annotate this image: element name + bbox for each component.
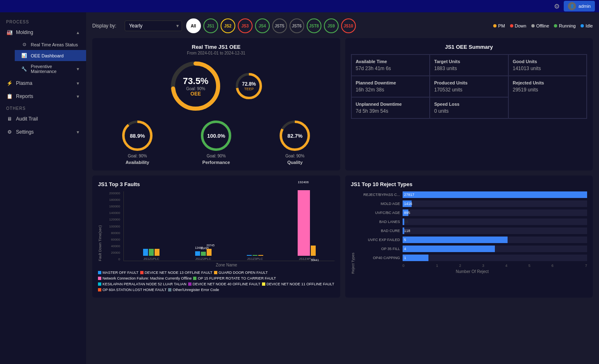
hbar-label-3: BAD LANES <box>358 220 403 224</box>
bar-seg <box>253 255 257 256</box>
bar-seg: 12485 <box>195 251 200 256</box>
others-section-label: OTHERS <box>0 103 86 112</box>
faults-chart-area: Fault Down Time(sec) 0 20000 40000 60000… <box>98 191 335 261</box>
speed-loss-cell: Speed Loss 0 units <box>430 97 508 118</box>
teep-type: TEEP <box>242 87 256 91</box>
idle-dot <box>581 24 584 27</box>
produced-units-cell: Produced Units 170532 units <box>430 76 508 97</box>
hbar-track-7: 1 <box>403 255 588 261</box>
hbar-label-0: REJECT/BYPASS C... <box>358 193 403 197</box>
rejects-bars: REJECT/BYPASS C... 27817 MOLD AGE <box>358 191 588 274</box>
realtime-label: Real Time Areas Status <box>31 42 78 47</box>
username: admin <box>579 4 591 9</box>
plasma-icon: ⚡ <box>6 80 13 86</box>
sidebar-item-preventive[interactable]: 🔧 Preventive Maintenance ▼ <box>15 61 86 77</box>
bar-seg: 11495 <box>201 252 206 256</box>
hbar-label-5: UVFC EXP FAILED <box>358 238 403 242</box>
speed-loss-label: Speed Loss <box>434 102 504 107</box>
bar-seg <box>247 255 252 256</box>
summary-card: JS1 OEE Summary Available Time 57d 23h 4… <box>345 38 593 171</box>
display-select[interactable]: Yearly Monthly Weekly Daily <box>125 20 182 31</box>
oee-card: Real Time JS1 OEE From 2024-01-01 to 202… <box>92 38 340 171</box>
quality-pct: 82.7% <box>287 133 303 139</box>
display-select-wrapper: Yearly Monthly Weekly Daily <box>125 20 182 31</box>
zone-btn-js2[interactable]: JS2 <box>221 18 235 33</box>
bar-seg <box>149 249 154 256</box>
hbar-fill-6: 4 <box>403 246 495 252</box>
planned-downtime-label: Planned Downtime <box>356 80 426 85</box>
sidebar-item-audit[interactable]: 🖥 Audit Trail <box>0 112 86 125</box>
dashboard-grid: Real Time JS1 OEE From 2024-01-01 to 202… <box>92 38 593 171</box>
chevron-up-icon: ▲ <box>76 30 80 35</box>
hbar-label-6: OP 35 FILL <box>358 247 403 251</box>
zone-btn-js9[interactable]: JS9 <box>324 18 339 33</box>
running-label: Running <box>559 23 576 28</box>
topbar: ⚙ 👤 admin <box>0 0 599 12</box>
sidebar-item-realtime[interactable]: ⊙ Real Time Areas Status <box>15 39 86 50</box>
legend-network-fail: Network Connection Failure: Machine Curr… <box>98 276 191 280</box>
zone-btn-js4[interactable]: JS4 <box>255 18 270 33</box>
zone-btn-all[interactable]: All <box>186 18 201 33</box>
sidebar-item-plasma[interactable]: ⚡ Plasma ▼ <box>0 77 86 90</box>
down-dot <box>510 24 513 27</box>
hbar-track-0: 27817 <box>403 191 588 198</box>
oee-main-row: 73.5% Goal: 90% OEE <box>98 59 335 113</box>
legend: PM Down Offline Running Idle <box>493 23 593 28</box>
oee-card-subtitle: From 2024-01-01 to 2024-12-31 <box>98 51 335 55</box>
sidebar-item-molding[interactable]: 🏭 Molding ▲ <box>0 26 86 39</box>
rejects-y-label: Reject Types <box>351 191 355 274</box>
bar-group-js1z2: 12485 11495 20745 JS1Z2PLC <box>179 186 227 261</box>
plasma-label: Plasma <box>16 80 32 86</box>
faults-bars: JS1Z1PLC 12485 11495 <box>123 191 335 261</box>
hbar-track-1: 1416 <box>403 200 588 207</box>
good-units-label: Good Units <box>513 59 583 64</box>
audit-icon: 🖥 <box>6 116 13 122</box>
preventive-label: Preventive Maintenance <box>31 64 73 74</box>
sidebar-item-oee[interactable]: 📊 OEE Dashboard <box>15 50 86 61</box>
hbar-fill-0: 27817 <box>403 191 588 198</box>
hbar-row-2: UVFC/BC AGE 895 <box>358 209 588 216</box>
hbar-val-1: 1416 <box>404 202 412 206</box>
zone-btn-jst6[interactable]: JST6 <box>289 18 304 33</box>
realtime-icon: ⊙ <box>21 42 27 47</box>
chevron-down-icon2: ▼ <box>76 81 80 86</box>
zone-btn-jst8[interactable]: JST8 <box>307 18 321 33</box>
faults-y-label: Fault Down Time(sec) <box>98 191 102 261</box>
hbar-val-0: 27817 <box>404 193 415 197</box>
zone-btn-jst5[interactable]: JST5 <box>272 18 287 33</box>
settings-icon[interactable]: ⚙ <box>554 2 560 10</box>
zone-btn-js1[interactable]: JS1 <box>203 18 218 33</box>
bar-stack-js1z3 <box>247 186 263 256</box>
pm-label: PM <box>498 23 505 28</box>
quality-label: 82.7% <box>287 133 303 139</box>
zone-btn-js10[interactable]: JS10 <box>341 18 356 33</box>
hbar-val-6: 4 <box>404 247 406 251</box>
molding-label: Molding <box>16 30 33 35</box>
quality-metric: 82.7% Goal: 90% Quality <box>278 119 311 165</box>
sidebar-item-settings[interactable]: ⚙ Settings ▼ <box>0 125 86 139</box>
pm-dot <box>493 24 497 27</box>
availability-gauge: 88.9% <box>121 119 154 152</box>
display-label: Display by: <box>92 23 116 29</box>
hbar-val-5: 5 <box>404 238 406 242</box>
summary-title: JS1 OEE Summary <box>351 44 588 50</box>
user-menu[interactable]: 👤 admin <box>564 1 595 11</box>
hbar-track-5: 5 <box>403 237 588 243</box>
running-dot <box>554 24 557 27</box>
availability-goal: Goal: 90% <box>128 154 147 158</box>
molding-icon: 🏭 <box>6 30 13 35</box>
zone-btn-js3[interactable]: JS3 <box>238 18 253 33</box>
performance-gauge: 100.0% <box>200 119 232 152</box>
teep-gauge: 72.8% TEEP <box>235 72 263 100</box>
idle-label: Idle <box>585 23 593 28</box>
display-left: Display by: Yearly Monthly Weekly Daily … <box>92 18 356 33</box>
charts-row: JS1 Top 3 Faults Fault Down Time(sec) 0 … <box>92 175 593 298</box>
legend-offline: Offline <box>531 23 549 28</box>
availability-type: Availability <box>125 160 149 165</box>
performance-type: Performance <box>203 160 230 165</box>
legend-down: Down <box>510 23 526 28</box>
offline-label: Offline <box>536 23 549 28</box>
summary-grid: Available Time 57d 23h 41m 6s Target Uni… <box>351 54 588 119</box>
sidebar-item-reports[interactable]: 📋 Reports ▼ <box>0 90 86 103</box>
hbar-fill-7: 1 <box>403 255 428 261</box>
